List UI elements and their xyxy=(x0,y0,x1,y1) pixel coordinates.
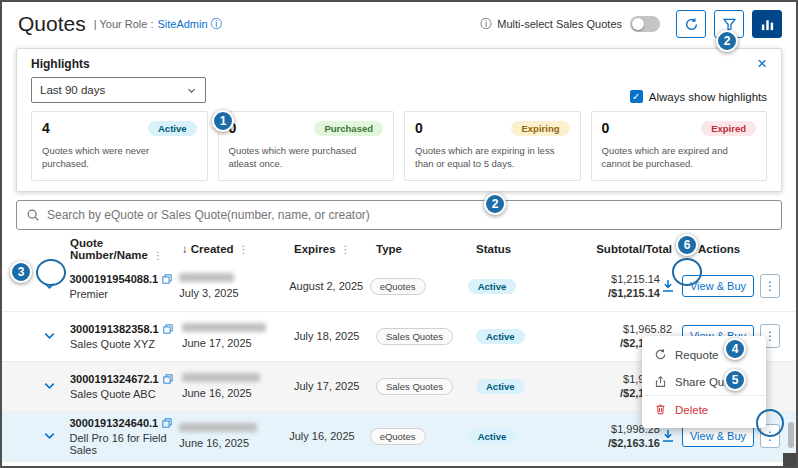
status-badge: Active xyxy=(476,379,525,394)
highlight-card-active: 4 Active Quotes which were never purchas… xyxy=(31,111,208,181)
quote-name: Sales Quote XYZ xyxy=(70,338,182,350)
multiselect-label: Multi-select Sales Quotes xyxy=(497,18,622,30)
scrollbar-corner[interactable] xyxy=(783,453,796,466)
quote-number[interactable]: 3000191324640.1 xyxy=(69,417,158,429)
type-badge: Sales Quotes xyxy=(376,328,453,345)
expired-desc: Quotes which are expired and cannot be p… xyxy=(602,145,757,171)
multiselect-toggle[interactable] xyxy=(630,16,660,32)
created-date: June 17, 2025 xyxy=(182,337,294,349)
total-value: /$1,215.14 xyxy=(574,287,660,299)
view-buy-button[interactable]: View & Buy xyxy=(682,425,754,447)
always-show-wrap: ✓ Always show highlights xyxy=(630,90,767,103)
close-icon[interactable]: × xyxy=(757,57,767,71)
column-menu-icon[interactable]: ⋮ xyxy=(341,244,351,255)
callout-1: 1 xyxy=(212,110,234,132)
expires-date: July 17, 2025 xyxy=(294,380,376,392)
quote-name: Dell Pro 16 for Field Sales xyxy=(69,432,179,456)
scrollbar-thumb[interactable] xyxy=(788,422,794,448)
expiring-badge: Expiring xyxy=(511,121,569,136)
ring-expand-row1 xyxy=(36,259,66,286)
toggle-knob xyxy=(632,18,644,30)
quote-number[interactable]: 3000191324672.1 xyxy=(70,373,159,385)
purchased-desc: Quotes which were purchased atleast once… xyxy=(229,145,384,171)
total-value: /$2,163.16 xyxy=(574,437,660,449)
column-status: Status xyxy=(476,243,584,255)
expiring-desc: Quotes which are expiring in less than o… xyxy=(415,145,570,171)
highlight-card-expired: 0 Expired Quotes which are expired and c… xyxy=(591,111,768,181)
refresh-icon xyxy=(684,17,699,32)
copy-icon[interactable] xyxy=(162,274,172,284)
expand-row-icon[interactable] xyxy=(42,378,57,393)
download-icon[interactable] xyxy=(660,278,676,294)
menu-item-delete[interactable]: Delete xyxy=(642,395,766,423)
download-icon[interactable] xyxy=(660,428,676,444)
ring-download-row1 xyxy=(672,258,702,286)
redacted-creator xyxy=(179,423,257,432)
callout-4: 4 xyxy=(724,338,746,360)
created-date: July 3, 2025 xyxy=(179,287,289,299)
status-badge: Active xyxy=(476,329,525,344)
highlight-card-expiring: 0 Expiring Quotes which are expiring in … xyxy=(404,111,581,181)
highlights-header: Highlights × xyxy=(31,57,767,71)
column-menu-icon[interactable]: ⋮ xyxy=(153,250,163,261)
refresh-button[interactable] xyxy=(676,10,706,38)
quote-stats-button[interactable] xyxy=(752,10,782,38)
copy-icon[interactable] xyxy=(162,418,172,428)
callout-6: 6 xyxy=(676,234,698,256)
menu-item-share-quote[interactable]: Share Quote xyxy=(642,368,766,395)
expand-row-icon[interactable] xyxy=(42,328,57,343)
quote-name: Sales Quote ABC xyxy=(70,388,182,400)
always-show-checkbox[interactable]: ✓ xyxy=(630,90,643,103)
type-badge: eQuotes xyxy=(370,428,426,445)
expires-date: July 16, 2025 xyxy=(289,430,369,442)
copy-icon[interactable] xyxy=(163,374,173,384)
highlight-card-purchased: 0 Purchased Quotes which were purchased … xyxy=(218,111,395,181)
highlights-title: Highlights xyxy=(31,57,90,71)
subtotal-value: $1,215.14 xyxy=(574,273,660,285)
active-count: 4 xyxy=(42,120,50,136)
expand-row-icon[interactable] xyxy=(42,428,57,443)
date-range-value: Last 90 days xyxy=(40,84,105,96)
highlights-controls: Last 90 days ✓ Always show highlights xyxy=(31,77,767,103)
multiselect-info-icon[interactable]: ⓘ xyxy=(480,16,492,33)
role-value-link[interactable]: SiteAdmin xyxy=(157,18,207,30)
expires-date: July 18, 2025 xyxy=(294,330,376,342)
active-desc: Quotes which were never purchased. xyxy=(42,145,197,171)
highlights-panel: Highlights × Last 90 days ✓ Always show … xyxy=(16,48,782,192)
page-title: Quotes xyxy=(18,12,86,36)
bar-chart-icon xyxy=(760,17,775,32)
search-input[interactable] xyxy=(47,208,772,222)
quote-number[interactable]: 3000191954088.1 xyxy=(69,273,158,285)
column-type: Type xyxy=(376,243,476,255)
column-quote-number[interactable]: Quote Number/Name⋮ xyxy=(70,237,182,261)
ring-kebab-row4 xyxy=(756,409,784,437)
quote-number[interactable]: 3000191382358.1 xyxy=(70,323,159,335)
role-prefix: | Your Role : xyxy=(94,18,154,30)
column-subtotal: Subtotal/Total xyxy=(584,243,672,255)
callout-5: 5 xyxy=(724,369,746,391)
created-date: June 16, 2025 xyxy=(179,437,289,449)
callout-3: 3 xyxy=(10,261,32,283)
column-expires[interactable]: Expires⋮ xyxy=(294,243,376,255)
status-badge: Active xyxy=(468,429,517,444)
copy-icon[interactable] xyxy=(163,324,173,334)
column-created[interactable]: ↓Created⋮ xyxy=(182,243,294,255)
status-badge: Active xyxy=(468,279,517,294)
role-info-icon[interactable]: ⓘ xyxy=(211,16,223,33)
column-menu-icon[interactable]: ⋮ xyxy=(239,244,249,255)
quotes-page: Quotes | Your Role : SiteAdmin ⓘ ⓘ Multi… xyxy=(0,0,798,468)
callout-2-search: 2 xyxy=(484,193,506,215)
chevron-down-icon xyxy=(186,85,197,96)
share-icon xyxy=(654,375,667,388)
date-range-select[interactable]: Last 90 days xyxy=(31,77,206,103)
callout-2-filter: 2 xyxy=(716,30,738,52)
sort-desc-icon[interactable]: ↓ xyxy=(182,243,188,255)
type-badge: eQuotes xyxy=(370,278,426,295)
expired-count: 0 xyxy=(602,120,610,136)
purchased-badge: Purchased xyxy=(314,121,383,136)
expiring-count: 0 xyxy=(415,120,423,136)
expires-date: August 2, 2025 xyxy=(289,280,369,292)
row-actions-kebab[interactable]: ⋮ xyxy=(760,274,780,298)
trash-icon xyxy=(654,403,667,416)
menu-item-requote[interactable]: Requote xyxy=(642,341,766,368)
